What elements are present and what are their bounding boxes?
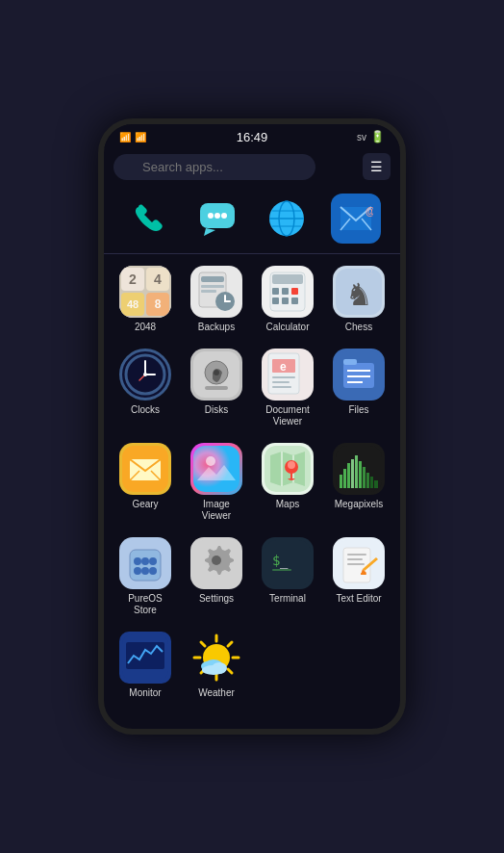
- svg-point-32: [143, 373, 147, 376]
- search-bar: 🔍 ☰: [113, 153, 391, 180]
- svg-rect-61: [340, 475, 342, 488]
- app-label-pureos-store: PureOS Store: [128, 593, 163, 616]
- app-item-2048[interactable]: 2 4 48 8 2048: [112, 260, 179, 339]
- app-label-settings: Settings: [199, 593, 234, 605]
- pinned-apps-row: @: [104, 186, 400, 254]
- svg-rect-40: [272, 376, 295, 378]
- app-icon-pureos-store: [119, 537, 171, 589]
- svg-rect-92: [126, 642, 164, 669]
- app-item-text-editor[interactable]: Text Editor: [325, 531, 392, 622]
- svg-point-75: [149, 557, 157, 565]
- app-item-document-viewer[interactable]: e Document Viewer: [254, 343, 321, 433]
- svg-rect-22: [291, 288, 298, 295]
- svg-point-78: [149, 567, 157, 575]
- svg-rect-70: [374, 480, 378, 488]
- svg-point-105: [202, 665, 225, 675]
- app-label-monitor: Monitor: [129, 687, 161, 699]
- app-item-files[interactable]: Files: [325, 343, 392, 433]
- app-item-monitor[interactable]: Monitor: [112, 626, 179, 705]
- svg-text:♞: ♞: [345, 277, 373, 312]
- svg-rect-62: [343, 469, 346, 488]
- svg-line-98: [201, 642, 205, 646]
- battery-icon: 🔋: [370, 130, 385, 143]
- status-left: 📶 📶: [119, 132, 146, 142]
- app-icon-clocks: [119, 349, 171, 401]
- app-item-backups[interactable]: Backups: [183, 260, 250, 339]
- pinned-app-messages[interactable]: [192, 194, 242, 244]
- app-icon-document-viewer: e: [262, 349, 314, 401]
- svg-rect-15: [201, 285, 224, 288]
- app-label-chess: Chess: [345, 322, 372, 333]
- svg-point-1: [208, 213, 214, 219]
- app-icon-terminal: $ _: [262, 537, 314, 589]
- svg-point-3: [221, 213, 227, 219]
- svg-rect-41: [272, 381, 290, 383]
- app-item-image-viewer[interactable]: Image Viewer: [183, 437, 250, 528]
- svg-rect-48: [343, 359, 357, 365]
- app-item-clocks[interactable]: Clocks: [112, 343, 179, 433]
- svg-rect-14: [201, 276, 224, 282]
- app-label-calculator: Calculator: [265, 322, 309, 333]
- pinned-app-email[interactable]: @: [331, 194, 381, 244]
- svg-rect-84: [272, 569, 291, 571]
- app-label-image-viewer: Image Viewer: [202, 499, 231, 522]
- svg-rect-64: [351, 459, 354, 488]
- svg-rect-25: [291, 297, 298, 304]
- svg-rect-66: [359, 461, 362, 488]
- app-icon-geary: [119, 443, 171, 495]
- search-wrapper: 🔍: [113, 154, 357, 180]
- svg-rect-16: [201, 290, 216, 293]
- svg-point-73: [134, 557, 141, 565]
- app-item-geary[interactable]: Geary: [112, 437, 179, 528]
- app-label-maps: Maps: [276, 499, 299, 510]
- app-label-2048: 2048: [135, 322, 156, 333]
- svg-text:e: e: [280, 360, 287, 374]
- app-icon-weather: [190, 632, 242, 684]
- svg-rect-36: [205, 386, 228, 390]
- svg-point-76: [134, 567, 141, 575]
- svg-rect-89: [347, 563, 365, 565]
- app-icon-settings: [190, 537, 242, 589]
- svg-text:@: @: [365, 206, 373, 217]
- app-icon-backups: [190, 266, 242, 318]
- app-label-clocks: Clocks: [131, 404, 160, 416]
- svg-rect-21: [282, 288, 289, 295]
- sim-icon: 📶: [119, 132, 131, 142]
- svg-rect-63: [347, 463, 350, 488]
- app-item-pureos-store[interactable]: PureOS Store: [112, 531, 179, 622]
- status-time: 16:49: [237, 130, 268, 144]
- svg-point-35: [214, 370, 219, 375]
- svg-rect-42: [272, 386, 291, 388]
- apps-grid: 2 4 48 8 2048 Backups: [104, 254, 400, 711]
- app-item-settings[interactable]: Settings: [183, 531, 250, 622]
- pinned-app-browser[interactable]: [262, 194, 312, 244]
- menu-button[interactable]: ☰: [363, 153, 391, 180]
- svg-line-99: [228, 669, 232, 673]
- app-icon-monitor: [119, 632, 171, 684]
- app-label-terminal: Terminal: [269, 593, 306, 605]
- svg-rect-90: [361, 573, 366, 575]
- app-item-megapixels[interactable]: Megapixels: [325, 437, 392, 528]
- app-item-disks[interactable]: Disks: [183, 343, 250, 433]
- app-item-chess[interactable]: ♞ Chess: [325, 260, 392, 339]
- svg-rect-53: [193, 446, 239, 492]
- hamburger-icon: ☰: [370, 159, 383, 174]
- carrier-label: sv: [357, 132, 366, 142]
- app-item-weather[interactable]: Weather: [183, 626, 250, 705]
- app-item-maps[interactable]: Maps: [254, 437, 321, 528]
- app-label-backups: Backups: [198, 322, 235, 333]
- pinned-app-phone[interactable]: [123, 194, 173, 244]
- app-item-calculator[interactable]: Calculator: [254, 260, 321, 339]
- app-label-weather: Weather: [198, 687, 235, 699]
- app-label-document-viewer: Document Viewer: [265, 404, 310, 427]
- svg-point-2: [214, 213, 220, 219]
- search-input[interactable]: [113, 154, 315, 180]
- app-icon-chess: ♞: [333, 266, 385, 318]
- svg-rect-20: [272, 288, 279, 295]
- phone-frame: 📶 📶 16:49 sv 🔋 🔍 ☰: [98, 118, 406, 735]
- svg-point-54: [206, 456, 215, 466]
- app-icon-disks: [190, 349, 242, 401]
- app-item-terminal[interactable]: $ _ Terminal: [254, 531, 321, 622]
- svg-point-74: [141, 557, 149, 565]
- svg-rect-67: [363, 467, 365, 488]
